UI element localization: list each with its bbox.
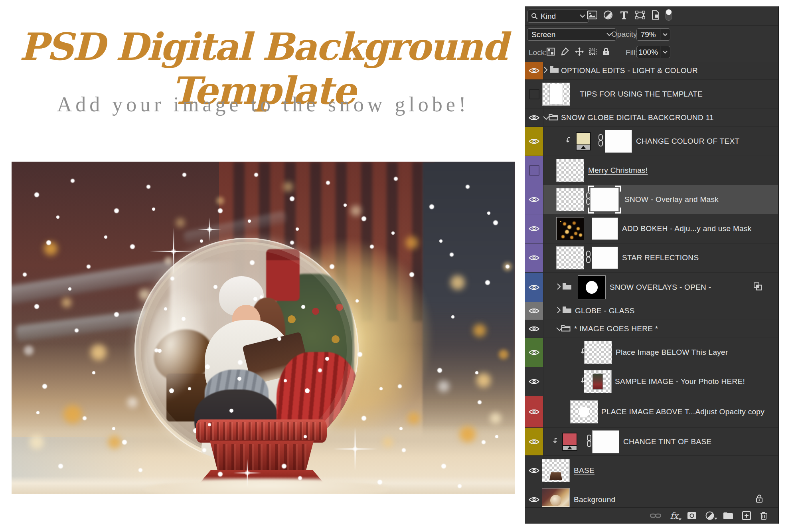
smart-objects-filter-icon[interactable] — [651, 10, 660, 22]
layer-name[interactable]: * IMAGE GOES HERE * — [574, 324, 658, 333]
layer-thumbnail[interactable] — [556, 188, 584, 211]
adjustment-thumbnail[interactable] — [576, 132, 591, 150]
add-layer-mask-icon[interactable] — [687, 512, 697, 520]
layer-row-star-reflections[interactable]: STAR REFLECTIONS — [525, 243, 778, 273]
layer-thumbnail[interactable] — [584, 341, 612, 364]
visibility-toggle[interactable] — [525, 367, 543, 396]
mask-link-icon[interactable] — [598, 134, 604, 147]
layer-row-snow-globe-group[interactable]: SNOW GLOBE DIGITAL BACKGROUND 11 — [525, 109, 778, 127]
visibility-toggle[interactable] — [525, 338, 543, 367]
layer-name[interactable]: ADD BOKEH - Adju...y and use Mask — [622, 224, 752, 233]
visibility-toggle[interactable] — [525, 273, 543, 302]
lock-transparency-icon[interactable] — [547, 48, 555, 58]
layer-name[interactable]: PLACE IMAGE ABOVE T...Adjust Opacity cop… — [601, 407, 764, 416]
layer-name[interactable]: BASE — [574, 466, 595, 475]
layer-thumbnail[interactable] — [542, 83, 570, 106]
visibility-toggle[interactable] — [525, 428, 543, 455]
layer-name[interactable]: Place Image BELOW This Layer — [616, 348, 728, 357]
lock-pixels-icon[interactable] — [560, 47, 569, 58]
filter-kind-dropdown[interactable]: Kind — [527, 10, 589, 23]
layer-name[interactable]: SNOW GLOBE DIGITAL BACKGROUND 11 — [561, 113, 714, 122]
chevron-right-icon — [557, 307, 561, 313]
type-layers-filter-icon[interactable] — [620, 10, 628, 21]
visibility-toggle[interactable] — [525, 80, 543, 109]
layer-row-change-colour-text[interactable]: CHANGE COLOUR OF TEXT — [525, 127, 778, 156]
adjustment-layers-filter-icon[interactable] — [603, 10, 613, 22]
layer-row-place-image-below[interactable]: Place Image BELOW This Layer — [525, 338, 778, 367]
layer-row-add-bokeh[interactable]: ADD BOKEH - Adju...y and use Mask — [525, 214, 778, 243]
visibility-toggle[interactable] — [525, 214, 543, 243]
layer-effects-icon[interactable]: fx — [670, 511, 678, 521]
visibility-toggle[interactable] — [525, 127, 543, 156]
layer-thumbnail[interactable] — [570, 400, 598, 423]
fill-value: 100% — [637, 48, 660, 57]
closed-folder-icon — [562, 283, 572, 290]
layer-thumbnail[interactable] — [542, 459, 570, 482]
lock-all-icon[interactable] — [602, 47, 610, 58]
lock-artboard-icon[interactable] — [588, 47, 598, 58]
group-expander[interactable] — [544, 66, 548, 75]
layer-name[interactable]: CHANGE COLOUR OF TEXT — [636, 137, 739, 146]
layer-row-globe-glass-group[interactable]: GLOBE - GLASS — [525, 302, 778, 320]
filter-toggle[interactable] — [665, 8, 673, 23]
layer-row-place-image-above[interactable]: PLACE IMAGE ABOVE T...Adjust Opacity cop… — [525, 396, 778, 428]
blend-mode-dropdown[interactable]: Screen — [527, 28, 616, 41]
layer-name[interactable]: SAMPLE IMAGE - Your Photo HERE! — [615, 377, 745, 386]
layer-name[interactable]: SNOW OVERLAYS - OPEN - — [610, 283, 711, 292]
layer-name[interactable]: SNOW - Overlay and Mask — [624, 195, 719, 204]
visibility-toggle[interactable] — [525, 243, 543, 272]
visibility-toggle[interactable] — [525, 320, 543, 338]
lock-icon — [755, 494, 763, 504]
delete-layer-icon[interactable] — [760, 511, 768, 520]
layer-name[interactable]: OPTIONAL EDITS - LIGHT & COLOUR — [561, 66, 698, 75]
layer-mask-thumbnail[interactable] — [590, 188, 619, 212]
layer-name[interactable]: Background — [574, 495, 615, 504]
layer-row-tips[interactable]: TIPS FOR USING THE TEMPLATE — [525, 80, 778, 109]
layer-thumbnail[interactable] — [584, 370, 612, 393]
layer-row-optional-edits[interactable]: OPTIONAL EDITS - LIGHT & COLOUR — [525, 62, 778, 80]
new-group-icon[interactable] — [723, 512, 733, 520]
visibility-toggle[interactable] — [525, 62, 543, 79]
layer-row-image-goes-here-group[interactable]: * IMAGE GOES HERE * — [525, 320, 778, 338]
opacity-input[interactable]: 79% — [636, 28, 670, 41]
lock-position-icon[interactable] — [575, 47, 584, 59]
layer-name[interactable]: CHANGE TINT OF BASE — [623, 437, 711, 446]
layer-mask-thumbnail[interactable] — [592, 430, 619, 453]
pixel-layers-filter-icon[interactable] — [587, 10, 597, 21]
layer-thumbnail[interactable] — [556, 159, 584, 182]
new-layer-icon[interactable] — [742, 511, 751, 520]
layer-row-base[interactable]: BASE — [525, 456, 778, 485]
layer-row-snow-overlays-group[interactable]: SNOW OVERLAYS - OPEN - — [525, 273, 778, 302]
layer-thumbnail[interactable] — [556, 246, 584, 269]
fill-input[interactable]: 100% — [636, 46, 670, 58]
adjustment-thumbnail[interactable] — [562, 433, 577, 451]
visibility-toggle[interactable] — [525, 185, 543, 214]
layer-name[interactable]: STAR REFLECTIONS — [622, 253, 699, 262]
group-expander[interactable] — [557, 307, 561, 315]
layer-name[interactable]: TIPS FOR USING THE TEMPLATE — [580, 90, 703, 99]
visibility-toggle[interactable] — [525, 396, 543, 427]
shape-layers-filter-icon[interactable] — [635, 10, 645, 21]
new-adjustment-layer-icon[interactable] — [705, 511, 714, 520]
layer-thumbnail[interactable] — [556, 217, 584, 240]
mask-link-icon[interactable] — [586, 434, 592, 447]
layer-mask-thumbnail[interactable] — [605, 130, 632, 153]
visibility-toggle[interactable] — [525, 156, 543, 185]
link-layers-icon[interactable] — [650, 512, 661, 519]
layer-row-change-tint-base[interactable]: CHANGE TINT OF BASE — [525, 428, 778, 456]
globe-base-ring — [196, 419, 327, 443]
layer-mask-thumbnail[interactable] — [592, 218, 618, 240]
group-expander[interactable] — [557, 283, 561, 292]
visibility-toggle[interactable] — [525, 302, 543, 320]
layer-row-sample-image[interactable]: SAMPLE IMAGE - Your Photo HERE! — [525, 367, 778, 396]
eye-icon — [529, 496, 539, 503]
layer-row-snow-overlay-mask[interactable]: SNOW - Overlay and Mask — [525, 185, 778, 214]
group-mask-thumbnail[interactable] — [578, 275, 606, 299]
visibility-toggle[interactable] — [525, 109, 543, 127]
mask-link-icon[interactable] — [585, 251, 591, 263]
layer-mask-thumbnail[interactable] — [592, 247, 618, 269]
layer-row-merry-christmas[interactable]: Merry Christmas! — [525, 156, 778, 185]
layer-name[interactable]: GLOBE - GLASS — [575, 307, 635, 315]
visibility-toggle[interactable] — [525, 456, 543, 485]
layer-name[interactable]: Merry Christmas! — [588, 166, 648, 175]
